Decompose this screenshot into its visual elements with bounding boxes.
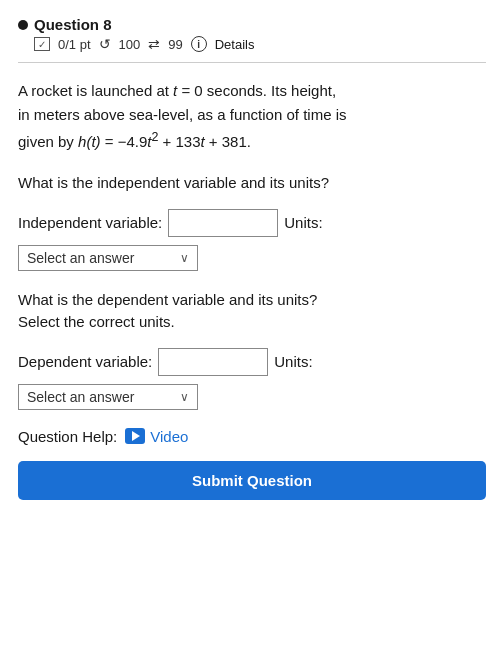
dependent-dropdown-text: Select an answer (27, 389, 134, 405)
play-triangle (132, 431, 140, 441)
dependent-units-label: Units: (274, 353, 312, 370)
attempt-icon: ⇄ (148, 36, 160, 52)
score-label: 0/1 pt (58, 37, 91, 52)
question-title: Question 8 (34, 16, 112, 33)
question-title-row: Question 8 (18, 16, 486, 33)
question-header: Question 8 ✓ 0/1 pt ↺ 100 ⇄ 99 i Details (18, 16, 486, 52)
question2-prompt-line2: Select the correct units. (18, 313, 175, 330)
math-t: t (173, 82, 177, 99)
question2-variable-row: Dependent variable: Units: (18, 348, 486, 376)
video-label: Video (150, 428, 188, 445)
problem-text: A rocket is launched at t = 0 seconds. I… (18, 79, 486, 154)
question1-section: What is the independent variable and its… (18, 172, 486, 271)
attempt-count: 99 (168, 37, 182, 52)
chevron-down-icon-2: ∨ (180, 390, 189, 404)
independent-variable-input[interactable] (168, 209, 278, 237)
question-help-row: Question Help: Video (18, 428, 486, 445)
question2-prompt: What is the dependent variable and its u… (18, 289, 486, 334)
dependent-variable-label: Dependent variable: (18, 353, 152, 370)
question-help-label: Question Help: (18, 428, 117, 445)
question1-prompt: What is the independent variable and its… (18, 172, 486, 195)
question1-variable-row: Independent variable: Units: (18, 209, 486, 237)
info-icon[interactable]: i (191, 36, 207, 52)
retry-count: 100 (119, 37, 141, 52)
dependent-variable-input[interactable] (158, 348, 268, 376)
question2-section: What is the dependent variable and its u… (18, 289, 486, 410)
problem-line3: given by h(t) = −4.9t2 + 133t + 381. (18, 133, 251, 150)
math-h: h(t) (78, 133, 101, 150)
independent-variable-label: Independent variable: (18, 214, 162, 231)
problem-line2: in meters above sea-level, as a function… (18, 106, 347, 123)
independent-units-label: Units: (284, 214, 322, 231)
header-divider (18, 62, 486, 63)
retry-icon: ↺ (99, 36, 111, 52)
submit-button[interactable]: Submit Question (18, 461, 486, 500)
dependent-answer-dropdown[interactable]: Select an answer ∨ (18, 384, 198, 410)
question-meta: ✓ 0/1 pt ↺ 100 ⇄ 99 i Details (18, 36, 486, 52)
details-link[interactable]: Details (215, 37, 255, 52)
video-link[interactable]: Video (125, 428, 188, 445)
question2-prompt-line1: What is the dependent variable and its u… (18, 291, 317, 308)
play-icon (125, 428, 145, 444)
math-t3: t (201, 133, 205, 150)
chevron-down-icon: ∨ (180, 251, 189, 265)
bullet-icon (18, 20, 28, 30)
checkbox-icon: ✓ (34, 37, 50, 51)
independent-answer-dropdown[interactable]: Select an answer ∨ (18, 245, 198, 271)
problem-line1: A rocket is launched at t = 0 seconds. I… (18, 82, 336, 99)
independent-dropdown-text: Select an answer (27, 250, 134, 266)
